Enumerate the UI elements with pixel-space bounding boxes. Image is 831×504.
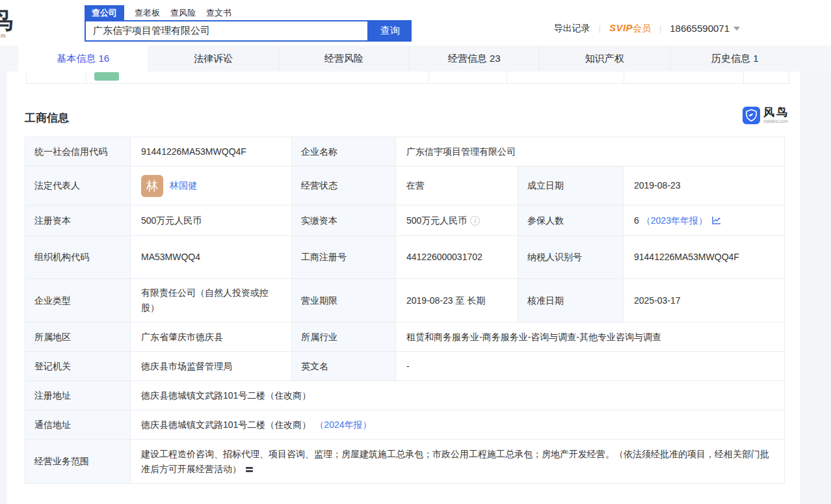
value-mailing-address: 德庆县德城镇文武路101号二楼（住改商） （2024年报）	[131, 410, 785, 440]
expand-icon[interactable]	[246, 467, 253, 472]
tab-basic-info[interactable]: 基本信息 16	[18, 46, 148, 72]
legal-rep-link[interactable]: 林国健	[170, 178, 197, 193]
search-input[interactable]	[85, 20, 369, 42]
business-scope-text: 建设工程造价咨询、招标代理、项目咨询、监理；房屋建筑施工总承包；市政公用工程施工…	[141, 447, 774, 477]
value-industry: 租赁和商务服务业-商务服务业-咨询与调查-其他专业咨询与调查	[396, 323, 785, 352]
tab-business-info[interactable]: 经营信息 23	[409, 46, 540, 72]
riskbird-logo-icon	[743, 107, 760, 127]
insured-number: 6	[634, 213, 639, 228]
value-registration-number: 441226000031702	[396, 236, 518, 279]
clipped-table-row	[26, 72, 789, 84]
status-badge-green	[94, 72, 119, 81]
value-business-scope: 建设工程造价咨询、招标代理、项目咨询、监理；房屋建筑施工总承包；市政公用工程施工…	[131, 440, 785, 484]
value-legal-rep: 林 林国健	[131, 166, 292, 206]
value-taxpayer-id: 91441226MA53MWQQ4F	[624, 236, 785, 279]
label-business-scope: 经营业务范围	[25, 440, 131, 484]
site-logo-fragment: 鸟 m	[0, 5, 20, 40]
account-phone: 18665590071	[670, 23, 730, 34]
label-insured-count: 参保人数	[518, 206, 624, 236]
value-approval-date: 2025-03-17	[624, 279, 785, 323]
business-info-table: 统一社会信用代码 91441226MA53MWQQ4F 企业名称 广东信宇项目管…	[25, 137, 784, 484]
value-business-status: 在营	[396, 166, 518, 206]
logo-bird-glyph: 鸟	[0, 5, 13, 36]
label-approval-date: 核准日期	[518, 279, 624, 323]
value-english-name: -	[396, 352, 785, 381]
value-registered-capital: 500万元人民币	[131, 206, 292, 236]
label-paidin-capital: 实缴资本	[292, 206, 396, 236]
value-org-code: MA53MWQQ4	[131, 236, 292, 279]
search-tab-risk[interactable]: 查风险	[170, 5, 196, 21]
table-divider	[429, 72, 429, 83]
label-mailing-address: 通信地址	[25, 410, 131, 440]
info-icon[interactable]: i	[470, 216, 480, 226]
table-divider	[743, 72, 744, 83]
label-industry: 所属行业	[292, 323, 396, 352]
search-tab-document[interactable]: 查文书	[206, 5, 231, 21]
content-background: 工商信息 风鸟 riskbird.com 统一社会信用代码	[0, 72, 831, 504]
tab-legal-litigation[interactable]: 法律诉讼	[148, 46, 279, 72]
value-company-name: 广东信宇项目管理有限公司	[396, 137, 785, 166]
tab-history-info[interactable]: 历史信息 1	[670, 46, 800, 72]
search-button[interactable]: 查询	[369, 20, 412, 42]
legal-rep-avatar: 林	[141, 175, 163, 197]
value-credit-code: 91441226MA53MWQQ4F	[131, 137, 292, 166]
export-records-link[interactable]: 导出记录	[554, 23, 590, 34]
value-registration-authority: 德庆县市场监督管理局	[131, 352, 292, 381]
label-english-name: 英文名	[292, 352, 396, 381]
table-divider	[624, 72, 624, 83]
nav-tabs: 基本信息 16 法律诉讼 经营风险 经营信息 23 知识产权 历史信息 1	[18, 46, 800, 72]
tab-intellectual-property[interactable]: 知识产权	[539, 46, 670, 72]
brand-text: 风鸟 riskbird.com	[763, 107, 789, 124]
label-org-code: 组织机构代码	[25, 236, 131, 279]
table-divider	[507, 72, 507, 83]
label-credit-code: 统一社会信用代码	[25, 137, 131, 166]
label-business-status: 经营状态	[292, 166, 396, 206]
annual-report-2023-link[interactable]: （2023年年报）	[642, 213, 707, 228]
search-type-tabs: 查公司 查老板 查风险 查文书	[85, 5, 412, 20]
search-row: 查询	[85, 20, 412, 42]
divider: |	[599, 24, 601, 33]
label-company-name: 企业名称	[292, 137, 396, 166]
nav-tabband: 基本信息 16 法律诉讼 经营风险 经营信息 23 知识产权 历史信息 1	[0, 46, 831, 72]
value-insured-count: 6 （2023年年报）	[624, 206, 785, 236]
value-registered-address: 德庆县德城镇文武路101号二楼（住改商）	[131, 381, 785, 410]
tab-operation-risk[interactable]: 经营风险	[278, 46, 409, 72]
value-paidin-capital: 500万元人民币 i	[396, 206, 518, 236]
riskbird-brand: 风鸟 riskbird.com	[743, 107, 789, 127]
label-establish-date: 成立日期	[518, 166, 624, 206]
search-area: 查公司 查老板 查风险 查文书 查询	[85, 5, 412, 42]
section-title: 工商信息	[25, 111, 69, 126]
site-header: 鸟 m 查公司 查老板 查风险 查文书 查询 导出记录 | SVIP会员 | 1…	[0, 0, 831, 46]
label-company-type: 企业类型	[25, 279, 131, 323]
value-company-type: 有限责任公司（自然人投资或控股）	[131, 279, 292, 323]
label-registration-number: 工商注册号	[292, 236, 396, 279]
value-business-term: 2019-08-23 至 长期	[396, 279, 518, 323]
label-registered-capital: 注册资本	[25, 206, 131, 236]
search-tab-company[interactable]: 查公司	[85, 5, 124, 21]
table-divider	[86, 72, 86, 83]
svip-member-link[interactable]: SVIP会员	[609, 22, 651, 34]
divider: |	[659, 24, 661, 33]
search-tab-boss[interactable]: 查老板	[135, 5, 160, 21]
label-taxpayer-id: 纳税人识别号	[518, 236, 624, 279]
label-business-term: 营业期限	[292, 279, 396, 323]
label-legal-rep: 法定代表人	[25, 166, 131, 206]
label-registration-authority: 登记机关	[25, 352, 131, 381]
label-registered-address: 注册地址	[25, 381, 131, 410]
content-card: 工商信息 风鸟 riskbird.com 统一社会信用代码	[7, 72, 800, 504]
chevron-down-icon	[733, 27, 740, 31]
value-region: 广东省肇庆市德庆县	[131, 323, 292, 352]
account-menu[interactable]: 18665590071	[670, 23, 740, 34]
label-region: 所属地区	[25, 323, 131, 352]
trend-chart-icon[interactable]	[711, 216, 721, 225]
header-right: 导出记录 | SVIP会员 | 18665590071	[554, 22, 740, 34]
page: 鸟 m 查公司 查老板 查风险 查文书 查询 导出记录 | SVIP会员 | 1…	[0, 0, 831, 504]
annual-report-2024-link[interactable]: （2024年报）	[315, 418, 371, 432]
value-establish-date: 2019-08-23	[624, 166, 785, 206]
